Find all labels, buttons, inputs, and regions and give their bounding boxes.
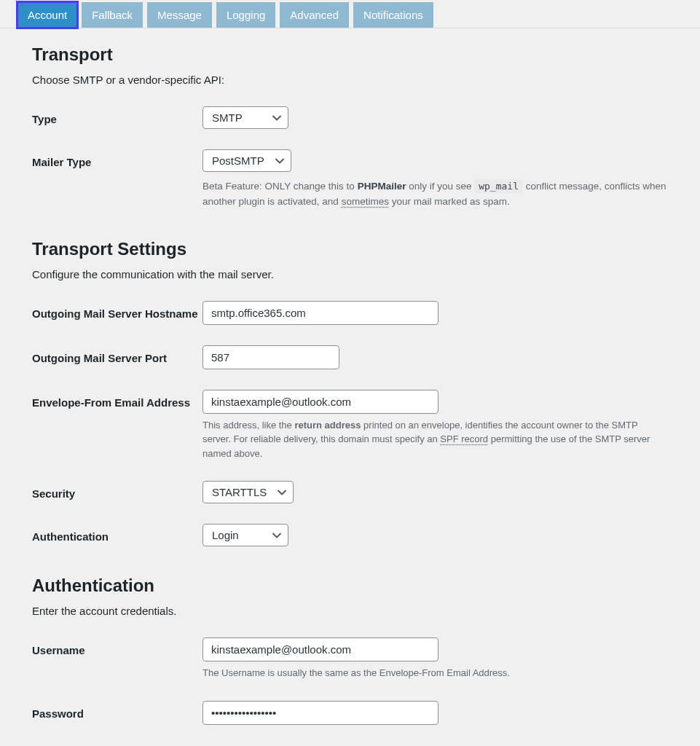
transport-heading: Transport bbox=[32, 44, 668, 65]
username-help-text: The Username is usually the same as the … bbox=[202, 666, 668, 680]
security-label: Security bbox=[32, 481, 202, 501]
tab-fallback[interactable]: Fallback bbox=[82, 2, 143, 28]
tab-message[interactable]: Message bbox=[147, 2, 212, 28]
mailer-help-text: Beta Feature: ONLY change this to PHPMai… bbox=[202, 179, 668, 210]
row-port: Outgoing Mail Server Port bbox=[32, 345, 668, 369]
hostname-input[interactable] bbox=[202, 301, 439, 325]
port-label: Outgoing Mail Server Port bbox=[32, 345, 202, 366]
authentication-select[interactable]: Login bbox=[202, 524, 288, 546]
tab-logging[interactable]: Logging bbox=[216, 2, 275, 28]
row-envelope: Envelope-From Email Address This address… bbox=[32, 390, 668, 461]
mailer-type-label: Mailer Type bbox=[32, 149, 202, 170]
content-area: Transport Choose SMTP or a vendor-specif… bbox=[0, 28, 700, 746]
row-hostname: Outgoing Mail Server Hostname bbox=[32, 301, 668, 325]
mailer-type-select[interactable]: PostSMTP bbox=[202, 149, 291, 172]
username-label: Username bbox=[32, 637, 202, 658]
type-label: Type bbox=[32, 106, 202, 127]
authentication-label: Authentication bbox=[32, 524, 202, 544]
hostname-label: Outgoing Mail Server Hostname bbox=[32, 301, 202, 321]
section-transport: Transport Choose SMTP or a vendor-specif… bbox=[32, 44, 668, 210]
type-select[interactable]: SMTP bbox=[202, 106, 288, 129]
envelope-label: Envelope-From Email Address bbox=[32, 390, 202, 410]
section-transport-settings: Transport Settings Configure the communi… bbox=[32, 239, 668, 547]
row-mailer-type: Mailer Type PostSMTP Beta Feature: ONLY … bbox=[32, 149, 668, 210]
password-label: Password bbox=[32, 701, 202, 721]
tabs-bar: Account Fallback Message Logging Advance… bbox=[0, 0, 700, 28]
settings-desc: Configure the communication with the mai… bbox=[32, 268, 668, 280]
port-input[interactable] bbox=[202, 345, 339, 369]
row-security: Security STARTTLS bbox=[32, 481, 668, 503]
username-input[interactable] bbox=[202, 637, 439, 661]
row-type: Type SMTP bbox=[32, 106, 668, 129]
row-password: Password bbox=[32, 701, 668, 725]
section-authentication: Authentication Enter the account credent… bbox=[32, 576, 668, 725]
password-input[interactable] bbox=[202, 701, 439, 725]
tab-advanced[interactable]: Advanced bbox=[280, 2, 349, 28]
tab-account[interactable]: Account bbox=[17, 2, 77, 28]
envelope-help-text: This address, like the return address pr… bbox=[202, 418, 668, 461]
tab-notifications[interactable]: Notifications bbox=[353, 2, 433, 28]
security-select[interactable]: STARTTLS bbox=[202, 481, 294, 503]
row-username: Username The Username is usually the sam… bbox=[32, 637, 668, 680]
auth-heading: Authentication bbox=[32, 576, 668, 596]
envelope-input[interactable] bbox=[202, 390, 439, 414]
transport-desc: Choose SMTP or a vendor-specific API: bbox=[32, 74, 668, 86]
auth-desc: Enter the account credentials. bbox=[32, 605, 668, 617]
settings-heading: Transport Settings bbox=[32, 239, 668, 259]
row-authentication: Authentication Login bbox=[32, 524, 668, 546]
